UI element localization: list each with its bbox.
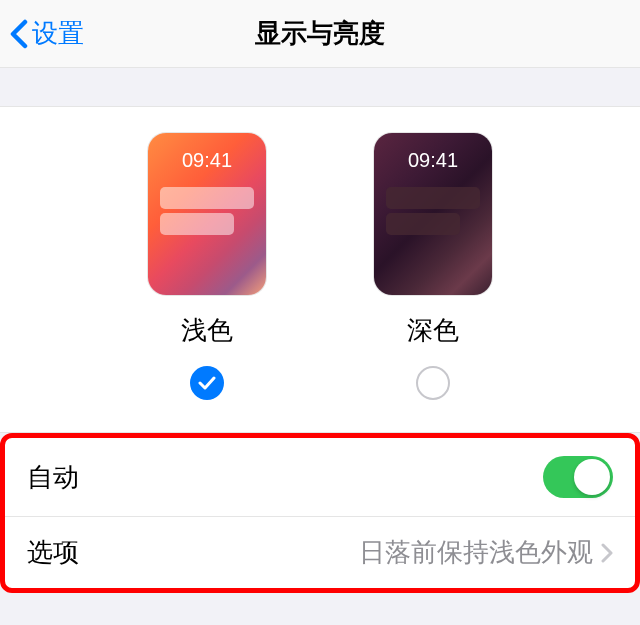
appearance-section: 09:41 浅色 09:41 深色 — [0, 106, 640, 433]
automatic-toggle[interactable] — [543, 456, 613, 498]
options-row[interactable]: 选项 日落前保持浅色外观 — [5, 516, 635, 588]
light-label: 浅色 — [181, 313, 233, 348]
chevron-left-icon — [10, 19, 28, 49]
chevron-right-icon — [601, 543, 613, 563]
radio-selected[interactable] — [190, 366, 224, 400]
navigation-bar: 设置 显示与亮度 — [0, 0, 640, 68]
back-label: 设置 — [32, 16, 84, 51]
preview-widget — [160, 187, 254, 209]
back-button[interactable]: 设置 — [0, 16, 84, 51]
preview-widget — [386, 213, 460, 235]
options-value: 日落前保持浅色外观 — [359, 535, 593, 570]
appearance-option-dark[interactable]: 09:41 深色 — [374, 133, 492, 400]
highlighted-settings-group: 自动 选项 日落前保持浅色外观 — [0, 433, 640, 593]
page-title: 显示与亮度 — [255, 16, 385, 51]
dark-label: 深色 — [407, 313, 459, 348]
preview-time-dark: 09:41 — [408, 149, 458, 172]
toggle-knob — [574, 459, 610, 495]
options-label: 选项 — [27, 535, 79, 570]
light-preview-thumbnail: 09:41 — [148, 133, 266, 295]
preview-time-light: 09:41 — [182, 149, 232, 172]
radio-unselected[interactable] — [416, 366, 450, 400]
automatic-label: 自动 — [27, 460, 79, 495]
dark-preview-thumbnail: 09:41 — [374, 133, 492, 295]
appearance-option-light[interactable]: 09:41 浅色 — [148, 133, 266, 400]
options-value-group: 日落前保持浅色外观 — [359, 535, 613, 570]
preview-widget — [160, 213, 234, 235]
automatic-row: 自动 — [5, 438, 635, 516]
preview-widget — [386, 187, 480, 209]
checkmark-icon — [198, 376, 216, 390]
